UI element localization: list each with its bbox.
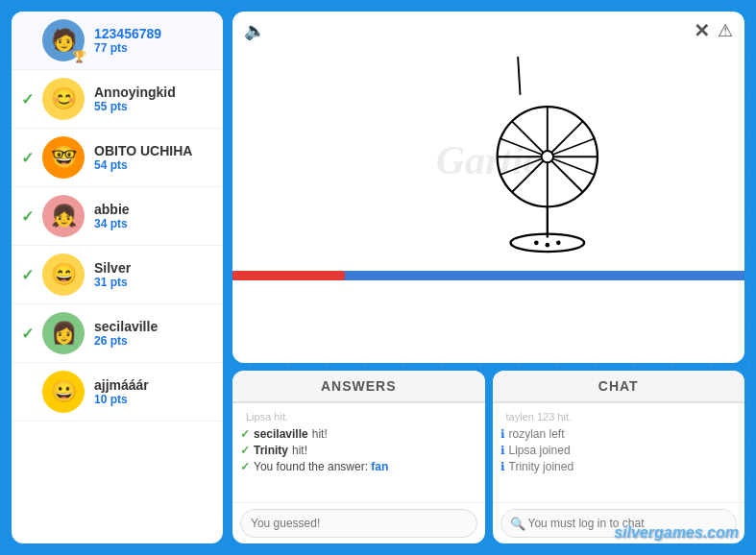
svg-point-12	[546, 243, 550, 248]
chat-panel: CHAT taylen 123 hit.ℹrozylan leftℹLipsa …	[493, 371, 745, 543]
info-icon: ℹ	[500, 427, 505, 441]
player-name: secilaville	[94, 319, 213, 334]
answer-message: ✓Trinity hit!	[240, 444, 477, 457]
player-check: ✓	[21, 266, 37, 284]
right-panel: 🔈 ✕ ⚠ Gartic	[232, 12, 744, 543]
chat-message: ℹrozylan left	[500, 427, 738, 441]
system-text: rozylan left	[509, 427, 565, 441]
svg-line-0	[518, 58, 520, 94]
avatar: 🧑🏆	[42, 19, 85, 61]
progress-bar-fill	[232, 271, 345, 280]
info-icon: ℹ	[500, 460, 505, 473]
avatar: 😄	[42, 253, 85, 296]
answers-panel: ANSWERS Lipsa hit.✓secilaville hit!✓Trin…	[232, 371, 485, 543]
avatar: 😊	[42, 78, 85, 120]
answer-message: ✓You found the answer: fan	[240, 460, 477, 473]
player-info: ajjmááár10 pts	[94, 377, 213, 406]
player-name: ajjmááár	[94, 377, 213, 393]
player-check: ✓	[21, 149, 37, 167]
player-item: ✓🤓OBITO UCHIHA54 pts	[12, 129, 223, 187]
brand-label: silvergames.com	[614, 524, 739, 542]
players-sidebar: 🧑🏆12345678977 pts✓😊Annoyingkid55 pts✓🤓OB…	[12, 12, 223, 543]
hit-text: hit!	[292, 444, 307, 457]
player-name: Annoyingkid	[94, 84, 213, 100]
bottom-panel: ANSWERS Lipsa hit.✓secilaville hit!✓Trin…	[232, 371, 744, 543]
avatar: 😀	[42, 371, 85, 413]
player-check: ✓	[21, 207, 37, 226]
player-pts: 55 pts	[94, 100, 213, 113]
answer-message: Lipsa hit.	[240, 409, 477, 424]
player-check: ✓	[21, 325, 37, 343]
main-container: 🧑🏆12345678977 pts✓😊Annoyingkid55 pts✓🤓OB…	[0, 0, 756, 555]
player-name-msg: Trinity	[254, 444, 288, 457]
canvas-top-bar: 🔈 ✕ ⚠	[232, 12, 744, 50]
player-pts: 54 pts	[94, 158, 213, 172]
player-info: Silver31 pts	[94, 260, 213, 289]
player-name: abbie	[94, 202, 213, 217]
info-icon: ℹ	[500, 444, 505, 457]
faded-text: taylen 123 hit.	[500, 409, 578, 424]
player-check: ✓	[21, 90, 37, 109]
avatar: 👩	[42, 312, 85, 354]
player-info: Annoyingkid55 pts	[94, 84, 213, 113]
check-icon: ✓	[240, 460, 250, 473]
player-item: ✓👧abbie34 pts	[12, 187, 223, 246]
canvas-area: 🔈 ✕ ⚠ Gartic	[232, 12, 744, 363]
answer-message: ✓secilaville hit!	[240, 427, 477, 441]
answers-tab[interactable]: ANSWERS	[232, 371, 485, 403]
warn-icon[interactable]: ⚠	[718, 20, 733, 41]
check-icon: ✓	[240, 444, 250, 457]
player-info: abbie34 pts	[94, 202, 213, 230]
player-item: ✓😄Silver31 pts	[12, 246, 223, 304]
player-pts: 10 pts	[94, 393, 213, 406]
system-text: Lipsa joined	[509, 444, 571, 457]
player-name: OBITO UCHIHA	[94, 143, 213, 158]
svg-point-11	[534, 241, 539, 246]
svg-point-13	[556, 241, 561, 246]
search-icon: 🔍	[510, 517, 525, 531]
player-item: 😀ajjmááár10 pts	[12, 363, 223, 422]
answers-input[interactable]	[240, 509, 477, 538]
answer-prefix: You found the answer: fan	[254, 460, 388, 473]
sound-icon[interactable]: 🔈	[244, 20, 265, 41]
drawing-svg	[232, 50, 744, 271]
drawing-canvas: Gartic	[232, 50, 744, 271]
player-pts: 26 pts	[94, 334, 213, 348]
player-pts: 31 pts	[94, 276, 213, 289]
player-info: secilaville26 pts	[94, 319, 213, 348]
player-info: 12345678977 pts	[94, 26, 213, 55]
player-info: OBITO UCHIHA54 pts	[94, 143, 213, 172]
check-icon: ✓	[240, 427, 250, 441]
chat-message: taylen 123 hit.	[500, 409, 738, 424]
svg-point-8	[542, 151, 553, 162]
chat-messages: taylen 123 hit.ℹrozylan leftℹLipsa joine…	[493, 403, 745, 502]
player-pts: 34 pts	[94, 217, 213, 230]
player-name: 123456789	[94, 26, 213, 41]
player-item: ✓😊Annoyingkid55 pts	[12, 70, 223, 129]
player-name-msg: secilaville	[254, 427, 308, 441]
chat-message: ℹLipsa joined	[500, 444, 738, 457]
avatar: 🤓	[42, 136, 85, 179]
chat-message: ℹTrinity joined	[500, 460, 738, 473]
system-text: Trinity joined	[509, 460, 574, 473]
player-name: Silver	[94, 260, 213, 276]
answers-messages: Lipsa hit.✓secilaville hit!✓Trinity hit!…	[232, 403, 485, 502]
close-button[interactable]: ✕	[694, 19, 710, 42]
answers-input-area	[232, 502, 485, 543]
chat-tab[interactable]: CHAT	[493, 371, 745, 403]
avatar: 👧	[42, 195, 85, 237]
hit-text: hit!	[312, 427, 328, 441]
faded-text: Lipsa hit.	[240, 409, 294, 424]
progress-bar-container	[232, 271, 744, 280]
player-item: 🧑🏆12345678977 pts	[12, 12, 223, 70]
player-pts: 77 pts	[94, 41, 213, 55]
player-item: ✓👩secilaville26 pts	[12, 304, 223, 363]
